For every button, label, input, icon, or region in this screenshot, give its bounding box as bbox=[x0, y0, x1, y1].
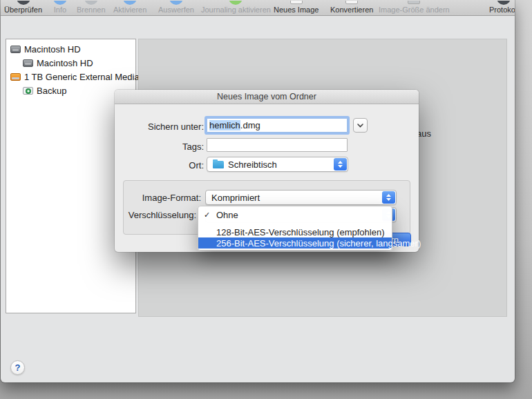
disk-image-icon bbox=[23, 87, 33, 95]
toolbar-button-log[interactable]: Protokoll bbox=[489, 1, 515, 14]
toolbar-label: Überprüfen bbox=[4, 6, 42, 14]
new-image-dialog: Neues Image vom Ordner Sichern unter: he… bbox=[115, 90, 419, 252]
question-mark-icon: ? bbox=[15, 362, 21, 373]
sidebar-item-label: Backup bbox=[37, 86, 66, 96]
menu-item-aes-256[interactable]: 256-Bit-AES-Verschlüsselung (sicherer, l… bbox=[198, 237, 392, 249]
sidebar-item-label: Macintosh HD bbox=[24, 44, 81, 55]
new-image-icon bbox=[274, 1, 319, 6]
tags-label: Tags: bbox=[115, 142, 204, 152]
toolbar: Überprüfen Info Brennen Aktivieren Auswe… bbox=[1, 0, 515, 16]
verify-icon bbox=[4, 1, 42, 6]
save-as-label: Sichern unter: bbox=[115, 121, 204, 132]
tags-input[interactable] bbox=[207, 138, 348, 152]
log-icon bbox=[489, 1, 515, 6]
internal-drive-icon bbox=[10, 46, 21, 53]
toolbar-button-verify[interactable]: Überprüfen bbox=[4, 1, 42, 14]
toolbar-button-enable-journaling: Journaling aktivieren bbox=[201, 1, 271, 14]
toolbar-label: Info bbox=[54, 6, 66, 14]
toolbar-button-eject: Auswerfen bbox=[158, 1, 194, 14]
mount-icon bbox=[113, 1, 146, 6]
help-button[interactable]: ? bbox=[10, 360, 25, 375]
toolbar-label: Auswerfen bbox=[158, 6, 194, 14]
sidebar-item-macintosh-hd-disk[interactable]: Macintosh HD bbox=[6, 42, 135, 56]
location-popup[interactable]: Schreibtisch bbox=[207, 157, 348, 172]
menu-item-label: 256-Bit-AES-Verschlüsselung (sicherer, l… bbox=[216, 238, 421, 249]
burn-icon bbox=[77, 1, 106, 6]
menu-item-aes-128[interactable]: 128-Bit-AES-Verschlüsselung (empfohlen) bbox=[198, 226, 392, 237]
toolbar-label: Aktivieren bbox=[113, 6, 146, 14]
chevron-up-down-icon bbox=[382, 191, 395, 204]
toolbar-button-resize-image: Image-Größe ändern bbox=[379, 1, 450, 14]
chevron-down-icon bbox=[357, 124, 363, 128]
toolbar-button-convert[interactable]: Konvertieren bbox=[330, 1, 373, 14]
sidebar-item-external-media[interactable]: 1 TB Generic External Media bbox=[6, 70, 135, 84]
dialog-titlebar[interactable]: Neues Image vom Ordner bbox=[115, 90, 419, 104]
toolbar-label: Brennen bbox=[77, 6, 106, 14]
dialog-title: Neues Image vom Ordner bbox=[217, 92, 316, 101]
image-format-value: Komprimiert bbox=[211, 193, 260, 203]
filename-extension: .dmg bbox=[240, 120, 260, 130]
convert-icon bbox=[330, 1, 373, 6]
toolbar-label: Protokoll bbox=[489, 6, 515, 14]
toolbar-label: Image-Größe ändern bbox=[379, 6, 450, 14]
folder-icon bbox=[213, 161, 224, 168]
external-drive-icon bbox=[10, 73, 21, 81]
filename-input[interactable]: hemlich.dmg bbox=[207, 118, 348, 133]
toolbar-label: Journaling aktivieren bbox=[201, 6, 271, 14]
menu-item-none[interactable]: ✓ Ohne bbox=[198, 208, 392, 222]
volume-icon bbox=[23, 59, 33, 67]
eject-icon bbox=[158, 1, 194, 6]
sidebar-item-label: 1 TB Generic External Media bbox=[24, 72, 140, 82]
toolbar-button-info: Info bbox=[53, 1, 67, 14]
toolbar-button-new-image[interactable]: Neues Image bbox=[274, 1, 319, 14]
encryption-label: Verschlüsselung: bbox=[124, 210, 196, 220]
chevron-up-down-icon bbox=[334, 158, 347, 171]
toolbar-label: Konvertieren bbox=[330, 6, 373, 14]
resize-image-icon bbox=[379, 1, 450, 6]
sidebar-item-macintosh-hd-volume[interactable]: Macintosh HD bbox=[6, 56, 135, 70]
toolbar-button-mount: Aktivieren bbox=[113, 1, 146, 14]
image-format-popup[interactable]: Komprimiert bbox=[205, 190, 397, 205]
filename-selected-text: hemlich bbox=[209, 120, 240, 130]
menu-item-label: Ohne bbox=[216, 210, 238, 220]
image-format-label: Image-Format: bbox=[124, 193, 201, 203]
menu-item-label: 128-Bit-AES-Verschlüsselung (empfohlen) bbox=[216, 227, 385, 237]
location-value: Schreibtisch bbox=[228, 159, 277, 170]
encryption-menu: ✓ Ohne 128-Bit-AES-Verschlüsselung (empf… bbox=[198, 206, 392, 251]
journaling-icon bbox=[201, 1, 271, 6]
location-label: Ort: bbox=[115, 160, 204, 171]
app-window: Überprüfen Info Brennen Aktivieren Auswe… bbox=[1, 0, 515, 382]
expand-dialog-button[interactable] bbox=[353, 118, 368, 133]
checkmark-icon: ✓ bbox=[204, 211, 210, 220]
toolbar-button-burn: Brennen bbox=[77, 1, 106, 14]
sidebar-item-label: Macintosh HD bbox=[37, 58, 93, 68]
toolbar-label: Neues Image bbox=[274, 6, 319, 14]
info-icon bbox=[53, 1, 67, 6]
